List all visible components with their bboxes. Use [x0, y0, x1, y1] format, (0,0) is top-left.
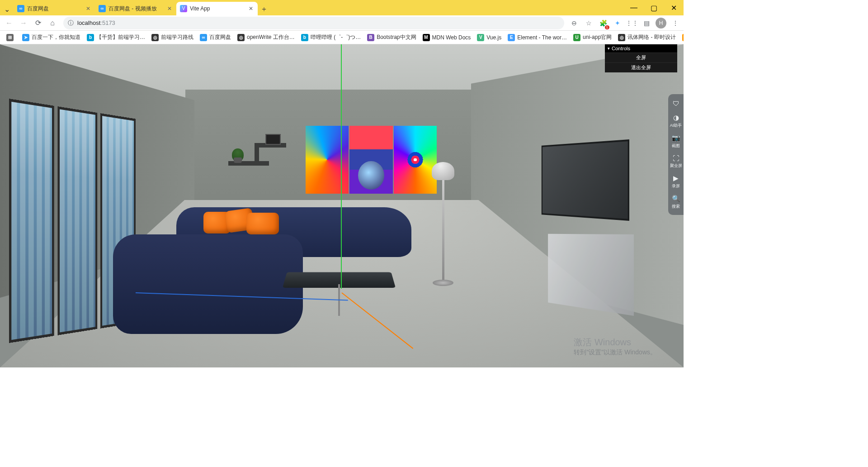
close-tab-icon[interactable]: ✕ [85, 5, 91, 12]
address-path: :5173 [100, 19, 115, 26]
bookmark-label: Element - The wor… [517, 34, 567, 41]
sidebar-tool[interactable]: 🔍搜索 [668, 192, 684, 212]
bookmark-label: 讯体网络 - 即时设计 [627, 33, 676, 41]
chevron-down-icon: ▾ [608, 46, 610, 51]
sidebar-tool-label: 聚全屏 [670, 163, 682, 168]
bookmark-favicon-icon: V [477, 34, 484, 41]
address-bar[interactable]: ⓘ localhost:5173 [63, 17, 564, 29]
datgui-button-exit-fullscreen[interactable]: 退出全屏 [605, 62, 677, 72]
sidepanel-icon[interactable]: ▤ [641, 18, 652, 29]
window-pane [9, 99, 54, 343]
home-button[interactable]: ⌂ [46, 17, 59, 29]
bookmark-label: 百度一下，你就知道 [32, 33, 80, 41]
bookmark-item[interactable]: ◎讯体网络 - 即时设计 [615, 32, 679, 43]
menu-icon[interactable]: ⋮ [670, 18, 681, 29]
bookmark-label: 百度网盘 [209, 33, 231, 41]
bookmark-favicon-icon: ◎ [237, 34, 245, 41]
shelf-pot [234, 157, 242, 163]
bookmark-favicon-icon: ⊞ [6, 34, 14, 41]
webgl-viewport[interactable]: ▾ Controls 全屏 退出全屏 🛡◑AI助手📷截图⛶聚全屏▶录屏🔍搜索 激… [0, 44, 684, 367]
bookmarks-bar: ⊞➤百度一下，你就知道b【干货】前端学习…◎前端学习路线∞百度网盘◎openWr… [0, 31, 684, 44]
forward-button[interactable]: → [17, 17, 30, 29]
sidebar-tool[interactable]: ◑AI助手 [668, 111, 684, 131]
favicon-icon: ∞ [17, 5, 24, 12]
bookmark-item[interactable]: b哔哩哔哩 (゜-゜)つ… [298, 32, 363, 43]
close-window-button[interactable]: ✕ [664, 0, 684, 15]
minimize-button[interactable]: — [624, 0, 644, 15]
browser-titlebar: ⌄ ∞ 百度网盘 ✕ ∞ 百度网盘 - 视频播放 ✕ V Vite App ✕ … [0, 0, 684, 15]
bookmark-favicon-icon: E [508, 34, 515, 41]
bookmark-item[interactable]: EElement - The wor… [505, 33, 570, 43]
close-tab-icon[interactable]: ✕ [248, 5, 254, 12]
sidebar-tool-icon: 📷 [669, 134, 683, 142]
zoom-icon[interactable]: ⊖ [569, 18, 580, 29]
bookmark-item[interactable]: ➤百度一下，你就知道 [19, 32, 83, 43]
extensions-menu-icon[interactable]: ⋮⋮ [627, 18, 637, 29]
wall-art-panel [306, 126, 349, 194]
bookmark-item[interactable]: VVue.js [474, 33, 504, 43]
sidebar-tool-icon: 🔍 [669, 195, 683, 203]
bookmark-item[interactable]: ◎前端学习路线 [149, 32, 196, 43]
datgui-button-fullscreen[interactable]: 全屏 [605, 52, 677, 62]
reload-button[interactable]: ⟳ [32, 17, 44, 29]
extension-icon[interactable]: 🧩1 [598, 18, 609, 29]
right-sidebar: 🛡◑AI助手📷截图⛶聚全屏▶录屏🔍搜索 [668, 94, 684, 215]
datgui-title: Controls [612, 46, 630, 51]
datgui-header[interactable]: ▾ Controls [605, 44, 677, 52]
bookmark-label: Vue.js [486, 34, 501, 41]
bookmark-favicon-icon: 词 [682, 34, 684, 41]
axis-y [341, 44, 342, 289]
floor-lamp [429, 162, 457, 293]
bookmark-item[interactable]: b【干货】前端学习… [84, 32, 148, 43]
back-button[interactable]: ← [3, 17, 15, 29]
tab-title: Vite App [190, 5, 248, 12]
wall-art-panel [349, 126, 392, 194]
bookmark-label: MDN Web Docs [432, 34, 471, 41]
bookmark-label: 【干货】前端学习… [96, 33, 145, 41]
sidebar-tool[interactable]: 🛡 [668, 97, 684, 111]
tv-screen [542, 139, 629, 221]
bookmark-label: 哔哩哔哩 (゜-゜)つ… [311, 33, 361, 41]
extension2-icon[interactable]: ✦ [612, 18, 623, 29]
address-host: localhost [77, 19, 100, 26]
sidebar-tool[interactable]: ⛶聚全屏 [668, 152, 684, 172]
bookmark-item[interactable]: ⊞ [4, 33, 19, 43]
profile-avatar[interactable]: H [656, 18, 666, 29]
new-tab-button[interactable]: ＋ [258, 3, 270, 15]
bookmark-item[interactable]: Uuni-app官网 [571, 32, 614, 43]
coffee-table [285, 266, 393, 320]
extension-badge: 1 [605, 25, 609, 29]
browser-tab[interactable]: ∞ 百度网盘 - 视频播放 ✕ [95, 2, 176, 15]
window-controls: — ▢ ✕ [624, 0, 684, 15]
bookmark-item[interactable]: MMDN Web Docs [420, 33, 474, 43]
bookmark-favicon-icon: U [573, 34, 580, 41]
bookmark-item[interactable]: ◎openWrite 工作台… [235, 32, 297, 43]
maximize-button[interactable]: ▢ [644, 0, 664, 15]
tab-title: 百度网盘 - 视频播放 [108, 5, 166, 13]
bookmark-label: 前端学习路线 [161, 33, 193, 41]
sidebar-tool-icon: 🛡 [669, 100, 683, 107]
browser-tab[interactable]: ∞ 百度网盘 ✕ [14, 2, 95, 15]
bookmark-item[interactable]: ∞百度网盘 [197, 32, 234, 43]
bookmark-favicon-icon: B [367, 34, 374, 41]
tv-stand [548, 234, 634, 316]
browser-tab-active[interactable]: V Vite App ✕ [176, 2, 258, 15]
bookmark-star-icon[interactable]: ☆ [583, 18, 594, 29]
close-tab-icon[interactable]: ✕ [166, 5, 173, 12]
bookmark-item[interactable]: 词金山词霸 [679, 32, 684, 43]
shelf-photo [265, 134, 281, 145]
bookmark-favicon-icon: ∞ [200, 34, 207, 41]
datgui-panel[interactable]: ▾ Controls 全屏 退出全屏 [605, 44, 677, 72]
sidebar-tool[interactable]: ▶录屏 [668, 172, 684, 192]
sidebar-tool-label: 录屏 [672, 184, 680, 188]
bookmark-label: uni-app官网 [583, 33, 612, 41]
bookmark-favicon-icon: ◎ [151, 34, 159, 41]
bookmark-favicon-icon: ◎ [618, 34, 625, 41]
sidebar-tool-label: 截图 [672, 143, 680, 148]
tab-search-icon[interactable]: ⌄ [0, 3, 14, 15]
bookmark-item[interactable]: BBootstrap中文网 [364, 32, 419, 43]
bookmark-favicon-icon: b [87, 34, 94, 41]
sidebar-tool[interactable]: 📷截图 [668, 131, 684, 152]
site-info-icon[interactable]: ⓘ [68, 19, 74, 27]
bookmark-favicon-icon: ➤ [22, 34, 29, 41]
